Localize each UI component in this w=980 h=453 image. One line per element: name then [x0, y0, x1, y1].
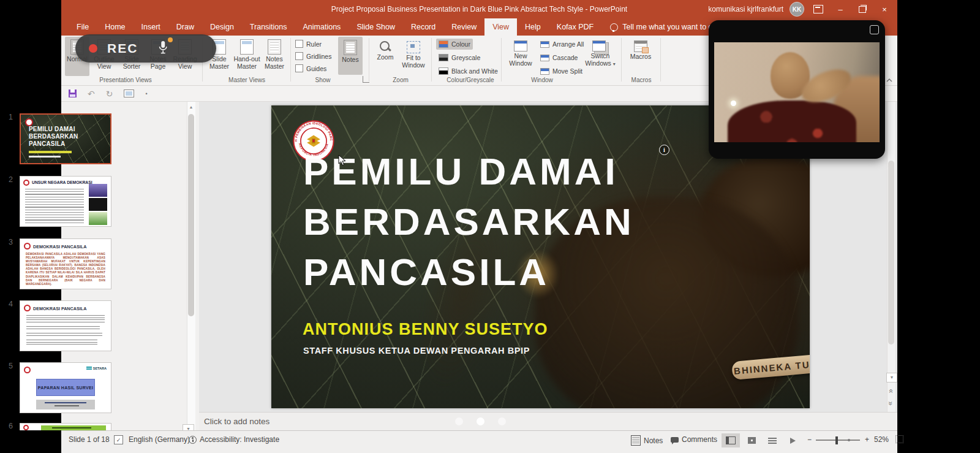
close-button[interactable]: × — [876, 1, 892, 17]
zoom-out-button[interactable]: − — [807, 435, 812, 444]
tab-draw[interactable]: Draw — [168, 18, 202, 36]
zoom-slider[interactable] — [816, 440, 860, 441]
zoom-slider-thumb[interactable] — [835, 436, 838, 444]
double-chevron-up-icon: » — [887, 389, 895, 394]
comments-toggle[interactable]: Comments — [671, 435, 717, 444]
thumbnail-slide-3[interactable]: DEMOKRASI PANCASILA DEMOKRASI PANCASILA … — [20, 238, 111, 289]
notes-toggle[interactable]: Notes — [631, 435, 663, 446]
tab-design[interactable]: Design — [202, 18, 242, 36]
slide-sorter-toggle[interactable] — [742, 433, 761, 447]
cascade-button[interactable]: Cascade — [538, 52, 580, 63]
slide-author[interactable]: ANTONIUS BENNY SUSETYO — [303, 320, 548, 339]
bpip-logo-small — [24, 305, 31, 311]
tab-record[interactable]: Record — [403, 18, 443, 36]
recording-pill[interactable]: REC — [75, 34, 216, 63]
notes-pane[interactable]: Click to add notes — [199, 412, 897, 430]
next-slide-button[interactable]: » — [886, 398, 896, 408]
gridlines-checkbox[interactable]: Gridlines — [295, 52, 331, 60]
thumbnail-slide-1[interactable]: PEMILU DAMAI BERDASARKAN PANCASILA — [20, 113, 111, 164]
black-and-white-button[interactable]: Black and White — [436, 66, 500, 77]
scroll-up-icon[interactable]: ▲ — [187, 105, 195, 109]
guides-checkbox[interactable]: Guides — [295, 64, 326, 72]
progress-dot-active[interactable] — [477, 417, 484, 425]
tab-review[interactable]: Review — [443, 18, 484, 36]
tab-transitions[interactable]: Transitions — [242, 18, 295, 36]
minimize-button[interactable]: – — [832, 1, 848, 17]
colour-button[interactable]: Colour — [436, 39, 473, 50]
ribbon-display-options-button[interactable] — [810, 1, 826, 17]
tab-slide-show[interactable]: Slide Show — [349, 18, 403, 36]
tell-me-box[interactable]: Tell me what you want to do — [601, 18, 725, 36]
new-window-button[interactable]: New Window — [506, 37, 535, 67]
ruler-checkbox-box — [295, 40, 303, 48]
tab-animations[interactable]: Animations — [295, 18, 349, 36]
previous-slide-button[interactable]: » — [886, 386, 896, 396]
slide-title-line-3[interactable]: PANCASILA — [303, 254, 549, 291]
move-split-button[interactable]: Move Split — [538, 66, 585, 77]
zoom-slider-track[interactable] — [816, 440, 860, 441]
record-dot-icon — [89, 44, 97, 53]
thumbnail-2-image-2 — [89, 198, 107, 211]
account-name[interactable]: komunikasi kjrlfrankfurt — [708, 5, 783, 13]
zoom-level[interactable]: 52% — [874, 435, 889, 444]
handout-master-icon — [240, 39, 254, 55]
slideshow-toggle[interactable] — [784, 433, 802, 447]
webcam-overlay[interactable] — [709, 20, 885, 159]
zoom-in-button[interactable]: + — [865, 435, 869, 444]
main-scrollbar-thumb[interactable] — [888, 161, 894, 345]
thumbnail-slide-4[interactable]: DEMOKRASI PANCASILA — [20, 300, 111, 351]
language-indicator[interactable]: English (Germany) — [129, 435, 190, 444]
info-icon[interactable]: i — [659, 145, 669, 155]
greyscale-button[interactable]: Greyscale — [436, 52, 483, 63]
ruler-checkbox[interactable]: Ruler — [295, 40, 322, 48]
thumbnail-slide-5[interactable]: SETARA PAPARAN HASIL SURVEI — [20, 362, 111, 413]
zoom-button[interactable]: Zoom — [374, 37, 397, 61]
slide-role[interactable]: STAFF KHUSUS KETUA DEWAN PENGARAH BPIP — [303, 346, 530, 356]
rec-label: REC — [107, 41, 138, 56]
thumbnail-slide-6[interactable] — [20, 423, 111, 430]
collapse-ribbon-button[interactable] — [884, 76, 894, 85]
spell-check-icon[interactable]: ✓ — [114, 435, 123, 444]
avatar[interactable]: KK — [790, 2, 804, 17]
fit-to-window-button[interactable]: Fit to Window — [399, 37, 428, 69]
reading-view-toggle[interactable] — [763, 433, 782, 447]
save-button[interactable] — [69, 89, 77, 97]
tab-file[interactable]: File — [69, 18, 97, 36]
undo-button[interactable]: ↶ — [88, 89, 95, 98]
thumbnail-slide-2[interactable]: UNSUR NEGARA DEMOKRASI — [20, 176, 111, 227]
start-from-beginning-button[interactable] — [124, 89, 134, 97]
progress-dot[interactable] — [455, 417, 463, 425]
slide-title-line-2[interactable]: BERDASARKAN — [303, 204, 635, 240]
notes-placeholder[interactable]: Click to add notes — [204, 417, 270, 426]
video-pin-icon[interactable] — [870, 25, 879, 34]
notes-master-button[interactable]: Notes Master — [262, 37, 287, 70]
tab-home[interactable]: Home — [97, 18, 133, 36]
microphone-button[interactable] — [156, 40, 170, 57]
tab-view[interactable]: View — [484, 18, 517, 36]
thumbnail-panel-scrollbar-thumb[interactable] — [188, 114, 194, 316]
progress-dot[interactable] — [498, 417, 506, 425]
normal-view-toggle[interactable] — [722, 433, 740, 447]
slide-title-line-1[interactable]: PEMILU DAMAI — [303, 153, 619, 190]
microphone-icon — [156, 40, 170, 55]
move-split-icon — [540, 68, 549, 75]
accessibility-status[interactable]: Accessibility: Investigate — [189, 435, 279, 444]
thumbnail-2-title: UNSUR NEGARA DEMOKRASI — [32, 180, 92, 185]
redo-button[interactable]: ↻ — [106, 89, 113, 98]
thumbnail-4-paragraph-3 — [26, 333, 102, 337]
tab-help[interactable]: Help — [517, 18, 549, 36]
scroll-down-icon[interactable]: ▼ — [886, 373, 897, 383]
tab-insert[interactable]: Insert — [134, 18, 168, 36]
notes-button[interactable]: Notes — [338, 37, 363, 75]
switch-windows-button[interactable]: Switch Windows ▾ — [583, 37, 617, 67]
fit-slide-to-window-button[interactable] — [895, 435, 903, 443]
gridlines-checkbox-box — [295, 52, 303, 60]
macros-button[interactable]: Macros — [626, 37, 655, 61]
customize-qat-button[interactable]: • — [145, 89, 147, 98]
arrange-all-button[interactable]: Arrange All — [538, 39, 586, 50]
restore-button[interactable] — [854, 1, 870, 17]
slide-indicator[interactable]: Slide 1 of 18 — [69, 435, 110, 444]
tab-kofax-pdf[interactable]: Kofax PDF — [549, 18, 601, 36]
title-bar: Project Proposal Business Presentation i… — [61, 0, 897, 18]
handout-master-button[interactable]: Hand-out Master — [233, 37, 261, 70]
